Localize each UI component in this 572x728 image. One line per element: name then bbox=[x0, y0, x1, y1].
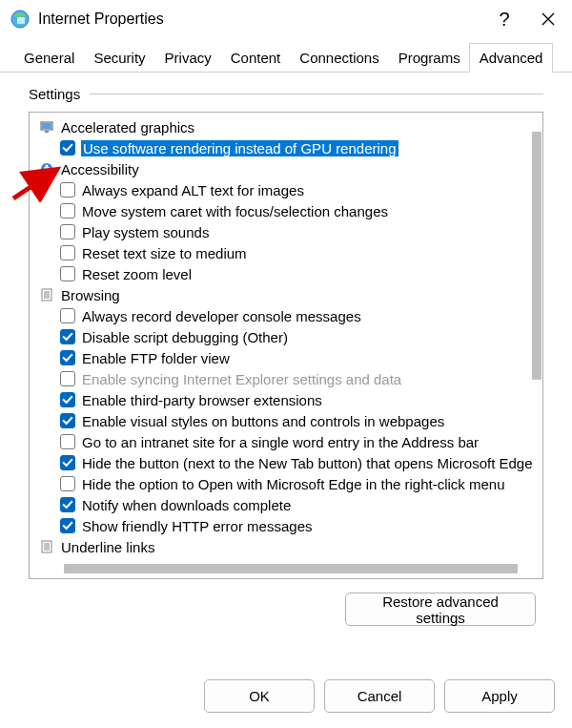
tree-group-label: Browsing bbox=[60, 287, 121, 303]
tree-item-label: Always record developer console messages bbox=[81, 308, 362, 324]
tree-item[interactable]: Enable syncing Internet Explorer setting… bbox=[30, 368, 542, 389]
tree-item-label: Hide the button (next to the New Tab but… bbox=[81, 455, 534, 471]
tree-group-label: Accessibility bbox=[60, 161, 140, 177]
tab-security[interactable]: Security bbox=[83, 43, 155, 73]
tree-item-label: Always expand ALT text for images bbox=[81, 182, 305, 198]
tab-programs[interactable]: Programs bbox=[388, 43, 471, 73]
checkbox[interactable] bbox=[60, 518, 75, 533]
tree-item-label: Reset text size to medium bbox=[81, 245, 248, 261]
tree-item[interactable]: Enable FTP folder view bbox=[30, 347, 542, 368]
tree-group[interactable]: Browsing bbox=[30, 284, 542, 305]
tree-item-label: Show friendly HTTP error messages bbox=[81, 518, 313, 534]
monitor-icon bbox=[39, 119, 54, 135]
fieldset-settings: Settings bbox=[29, 86, 543, 102]
checkbox[interactable] bbox=[60, 224, 75, 239]
checkbox[interactable] bbox=[60, 392, 75, 407]
fieldset-label-text: Settings bbox=[29, 86, 80, 102]
tree-group[interactable]: Underline links bbox=[30, 536, 542, 557]
tab-general[interactable]: General bbox=[13, 43, 85, 73]
tree-item-label: Enable FTP folder view bbox=[81, 350, 231, 366]
tree-item-label: Reset zoom level bbox=[81, 266, 193, 282]
tree-item[interactable]: Always expand ALT text for images bbox=[30, 179, 542, 200]
app-icon bbox=[10, 9, 31, 30]
restore-row: Restore advanced settings bbox=[29, 579, 543, 626]
access-icon bbox=[39, 161, 54, 177]
tree-group[interactable]: Accelerated graphics bbox=[30, 116, 542, 137]
tree-item-label: Enable syncing Internet Explorer setting… bbox=[81, 371, 402, 387]
tree-item[interactable]: Move system caret with focus/selection c… bbox=[30, 200, 542, 221]
doc-icon bbox=[39, 539, 54, 554]
settings-tree: Accelerated graphicsUse software renderi… bbox=[29, 112, 543, 579]
checkbox[interactable] bbox=[60, 266, 75, 281]
checkbox[interactable] bbox=[60, 245, 75, 260]
tree-item-label: Use software rendering instead of GPU re… bbox=[81, 140, 398, 156]
tree-item[interactable]: Always record developer console messages bbox=[30, 305, 542, 326]
tree-group[interactable]: Accessibility bbox=[30, 158, 542, 179]
dialog-buttons: OK Cancel Apply bbox=[204, 679, 555, 713]
tree-item[interactable]: Disable script debugging (Other) bbox=[30, 326, 542, 347]
checkbox[interactable] bbox=[60, 455, 75, 470]
checkbox[interactable] bbox=[60, 182, 75, 198]
vertical-scrollbar[interactable] bbox=[532, 132, 541, 380]
checkbox[interactable] bbox=[60, 350, 75, 365]
horizontal-scrollbar[interactable] bbox=[64, 564, 518, 573]
tree-item[interactable]: Enable third-party browser extensions bbox=[30, 389, 542, 410]
tab-content[interactable]: Content bbox=[220, 43, 292, 73]
svg-rect-4 bbox=[45, 131, 49, 133]
tree-item[interactable]: Reset text size to medium bbox=[30, 242, 542, 263]
tree-item[interactable]: Hide the button (next to the New Tab but… bbox=[30, 452, 542, 473]
svg-rect-7 bbox=[42, 289, 51, 301]
restore-advanced-settings-button[interactable]: Restore advanced settings bbox=[345, 593, 536, 626]
tree-item[interactable]: Go to an intranet site for a single word… bbox=[30, 431, 542, 452]
tree-content: Accelerated graphicsUse software renderi… bbox=[30, 113, 542, 557]
tree-item-label: Notify when downloads complete bbox=[81, 497, 292, 513]
tab-privacy[interactable]: Privacy bbox=[154, 43, 222, 73]
tree-item[interactable]: Hide the option to Open with Microsoft E… bbox=[30, 473, 542, 494]
tree-item-label: Disable script debugging (Other) bbox=[81, 329, 289, 345]
checkbox[interactable] bbox=[60, 413, 75, 428]
tree-item[interactable]: Use software rendering instead of GPU re… bbox=[30, 137, 542, 158]
svg-point-6 bbox=[46, 165, 49, 168]
checkbox[interactable] bbox=[60, 140, 75, 156]
tree-item[interactable]: Play system sounds bbox=[30, 221, 542, 242]
help-button[interactable]: ? bbox=[482, 0, 526, 38]
fieldset-divider bbox=[90, 94, 543, 94]
tab-content-area: Settings Accelerated graphicsUse softwar… bbox=[0, 73, 572, 626]
tree-item[interactable]: Enable visual styles on buttons and cont… bbox=[30, 410, 542, 431]
doc-icon bbox=[39, 287, 54, 302]
tree-item-label: Enable visual styles on buttons and cont… bbox=[81, 413, 445, 429]
checkbox[interactable] bbox=[60, 497, 75, 512]
titlebar: Internet Properties ? bbox=[0, 0, 572, 38]
tree-item[interactable]: Notify when downloads complete bbox=[30, 494, 542, 515]
checkbox[interactable] bbox=[60, 308, 75, 323]
svg-rect-3 bbox=[42, 123, 51, 129]
ok-button[interactable]: OK bbox=[204, 679, 315, 713]
checkbox[interactable] bbox=[60, 329, 75, 344]
tree-item-label: Hide the option to Open with Microsoft E… bbox=[81, 476, 506, 492]
tree-group-label: Accelerated graphics bbox=[60, 119, 195, 135]
tab-connections[interactable]: Connections bbox=[289, 43, 389, 73]
window-title: Internet Properties bbox=[38, 10, 482, 28]
close-button[interactable] bbox=[526, 0, 570, 38]
tree-item[interactable]: Reset zoom level bbox=[30, 263, 542, 284]
cancel-button[interactable]: Cancel bbox=[324, 679, 435, 713]
tree-viewport: Accelerated graphicsUse software renderi… bbox=[30, 113, 542, 578]
tree-group-label: Underline links bbox=[60, 539, 155, 555]
tree-item-label: Enable third-party browser extensions bbox=[81, 392, 323, 408]
svg-rect-1 bbox=[17, 17, 25, 24]
tree-item-label: Move system caret with focus/selection c… bbox=[81, 203, 389, 219]
checkbox[interactable] bbox=[60, 371, 75, 386]
tree-item-label: Play system sounds bbox=[81, 224, 210, 240]
svg-rect-12 bbox=[42, 541, 51, 552]
tree-item[interactable]: Show friendly HTTP error messages bbox=[30, 515, 542, 536]
tree-item-label: Go to an intranet site for a single word… bbox=[81, 434, 480, 450]
checkbox[interactable] bbox=[60, 203, 75, 218]
tab-strip: General Security Privacy Content Connect… bbox=[0, 38, 572, 73]
apply-button[interactable]: Apply bbox=[444, 679, 555, 713]
checkbox[interactable] bbox=[60, 476, 75, 491]
checkbox[interactable] bbox=[60, 434, 75, 449]
tab-advanced[interactable]: Advanced bbox=[469, 43, 554, 73]
